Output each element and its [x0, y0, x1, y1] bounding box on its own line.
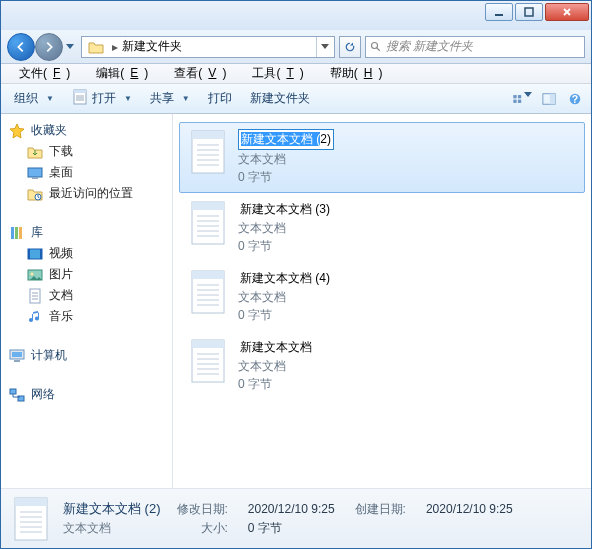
organize-button[interactable]: 组织 — [5, 86, 63, 111]
svg-rect-19 — [28, 249, 42, 259]
created-value: 2020/12/10 9:25 — [426, 502, 513, 516]
svg-text:?: ? — [572, 92, 578, 104]
sidebar-item-documents[interactable]: 文档 — [7, 285, 170, 306]
address-text: 新建文件夹 — [122, 38, 182, 55]
file-item[interactable]: 新建文本文档 文本文档 0 字节 — [179, 331, 585, 400]
text-file-icon — [188, 129, 228, 175]
search-box[interactable]: 搜索 新建文件夹 — [365, 36, 585, 58]
music-icon — [27, 309, 43, 325]
sidebar-network-header[interactable]: 网络 — [7, 384, 170, 405]
svg-rect-4 — [74, 90, 86, 93]
svg-rect-21 — [40, 249, 42, 259]
svg-rect-31 — [192, 131, 224, 139]
address-dropdown[interactable] — [316, 37, 332, 57]
svg-rect-1 — [525, 8, 533, 16]
menu-edit[interactable]: 编辑(E) — [84, 63, 160, 84]
window-controls — [483, 3, 589, 21]
notepad-icon — [72, 89, 88, 108]
size-label: 大小: — [177, 520, 228, 537]
sidebar: 收藏夹 下载 桌面 最近访问的位置 库 视频 图片 文档 音乐 计算机 — [1, 114, 173, 488]
file-size: 0 字节 — [238, 376, 314, 393]
file-name: 新建文本文档 (3) — [238, 200, 332, 219]
svg-rect-13 — [28, 168, 42, 177]
sidebar-libraries-header[interactable]: 库 — [7, 222, 170, 243]
svg-point-2 — [372, 42, 378, 48]
file-type: 文本文档 — [238, 151, 334, 168]
file-item[interactable]: 新建文本文档 (4) 文本文档 0 字节 — [179, 262, 585, 331]
svg-point-23 — [31, 272, 34, 275]
pictures-icon — [27, 267, 43, 283]
help-button[interactable]: ? — [563, 87, 587, 111]
open-button[interactable]: 打开 — [63, 85, 141, 112]
print-button[interactable]: 打印 — [199, 86, 241, 111]
size-value: 0 字节 — [248, 520, 335, 537]
nav-history-dropdown[interactable] — [63, 37, 77, 57]
download-folder-icon — [27, 144, 43, 160]
nav-row: ▸ 新建文件夹 搜索 新建文件夹 — [1, 30, 591, 64]
toolbar: 组织 打开 共享 打印 新建文件夹 ? — [1, 84, 591, 114]
recent-icon — [27, 186, 43, 202]
star-icon — [9, 123, 25, 139]
videos-icon — [27, 246, 43, 262]
svg-rect-18 — [19, 227, 22, 239]
close-button[interactable] — [545, 3, 589, 21]
minimize-button[interactable] — [485, 3, 513, 21]
sidebar-item-music[interactable]: 音乐 — [7, 306, 170, 327]
svg-rect-28 — [10, 389, 16, 394]
svg-rect-45 — [192, 271, 224, 279]
modified-label: 修改日期: — [177, 501, 228, 518]
refresh-button[interactable] — [339, 36, 361, 58]
sidebar-item-recent[interactable]: 最近访问的位置 — [7, 183, 170, 204]
file-item[interactable]: 新建文本文档 (2) 文本文档 0 字节 — [179, 122, 585, 193]
svg-rect-5 — [513, 95, 516, 98]
forward-button[interactable] — [35, 33, 63, 61]
svg-rect-52 — [192, 340, 224, 348]
menu-view[interactable]: 查看(V) — [162, 63, 238, 84]
back-button[interactable] — [7, 33, 35, 61]
file-list[interactable]: 新建文本文档 (2) 文本文档 0 字节 新建文本文档 (3) 文本文档 0 字… — [173, 114, 591, 488]
sidebar-item-downloads[interactable]: 下载 — [7, 141, 170, 162]
share-button[interactable]: 共享 — [141, 86, 199, 111]
text-file-icon — [188, 269, 228, 315]
svg-rect-6 — [518, 95, 521, 98]
sidebar-computer-header[interactable]: 计算机 — [7, 345, 170, 366]
menu-tools[interactable]: 工具(T) — [240, 63, 315, 84]
file-type: 文本文档 — [238, 220, 332, 237]
svg-rect-27 — [14, 360, 20, 362]
sidebar-favorites-header[interactable]: 收藏夹 — [7, 120, 170, 141]
file-name-input[interactable]: 新建文本文档 (2) — [238, 129, 334, 150]
svg-rect-14 — [32, 177, 38, 179]
menu-help[interactable]: 帮助(H) — [318, 63, 395, 84]
text-file-icon — [188, 338, 228, 384]
new-folder-button[interactable]: 新建文件夹 — [241, 86, 319, 111]
svg-rect-10 — [550, 93, 555, 104]
network-icon — [9, 387, 25, 403]
sidebar-item-videos[interactable]: 视频 — [7, 243, 170, 264]
toolbar-right: ? — [511, 87, 587, 111]
details-subtitle: 文本文档 — [63, 520, 161, 537]
view-options-button[interactable] — [511, 87, 535, 111]
sidebar-item-pictures[interactable]: 图片 — [7, 264, 170, 285]
svg-rect-38 — [192, 202, 224, 210]
svg-rect-59 — [15, 498, 47, 506]
sidebar-item-desktop[interactable]: 桌面 — [7, 162, 170, 183]
file-item[interactable]: 新建文本文档 (3) 文本文档 0 字节 — [179, 193, 585, 262]
svg-rect-0 — [495, 14, 503, 16]
address-bar[interactable]: ▸ 新建文件夹 — [81, 36, 335, 58]
maximize-button[interactable] — [515, 3, 543, 21]
titlebar — [1, 1, 591, 30]
address-wrap: ▸ 新建文件夹 搜索 新建文件夹 — [81, 36, 585, 58]
file-size: 0 字节 — [238, 238, 332, 255]
text-file-icon — [11, 496, 51, 542]
svg-rect-20 — [28, 249, 30, 259]
documents-icon — [27, 288, 43, 304]
toolbar-left: 组织 打开 共享 打印 新建文件夹 — [5, 85, 319, 112]
menu-file[interactable]: 文件(F) — [7, 63, 82, 84]
svg-rect-8 — [518, 99, 521, 102]
preview-pane-button[interactable] — [537, 87, 561, 111]
library-icon — [9, 225, 25, 241]
file-type: 文本文档 — [238, 358, 314, 375]
text-file-icon — [188, 200, 228, 246]
svg-rect-7 — [513, 99, 516, 102]
file-type: 文本文档 — [238, 289, 332, 306]
